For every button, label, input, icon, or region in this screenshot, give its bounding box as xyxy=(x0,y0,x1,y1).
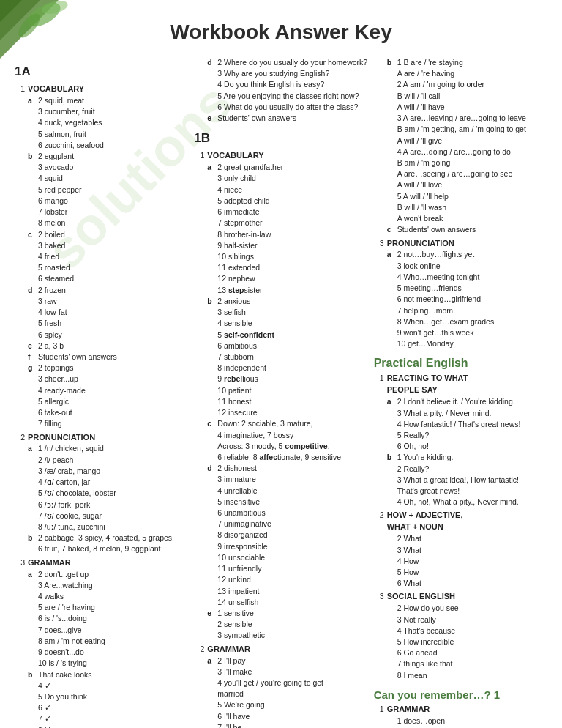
1b-vocab-d-3: 3 immature xyxy=(194,474,367,485)
1b-vocab-a-4: 4 niece xyxy=(194,185,367,196)
social-7: 7 things like that xyxy=(374,658,547,669)
1b-b-5: 5 A will / 'll help xyxy=(374,191,547,202)
pronunciation-section: 2 PRONUNCIATION a1 /n/ chicken, squid 2 … xyxy=(15,432,188,555)
1b-vocab-d-8: 8 disorganized xyxy=(194,530,367,541)
1b-pron-a-4: 4 Who…meeting tonight xyxy=(374,272,547,283)
how-adj-2: 2 What xyxy=(374,533,547,544)
social-english-section: 3 SOCIAL ENGLISH 2 How do you see 3 Not … xyxy=(374,591,547,680)
1b-vocab-e-1: e1 sensitive xyxy=(194,608,367,619)
1b-c: cStudents' own answers xyxy=(374,224,547,235)
1b-vocab-d-6: 6 unambitious xyxy=(194,508,367,519)
pron-header: 2 PRONUNCIATION xyxy=(15,432,188,444)
section-1b-label: 1B xyxy=(194,131,367,146)
1b-vocab-c-4: 6 reliable, 8 affectionate, 9 sensitive xyxy=(194,452,367,463)
1b-gram-header: 2 GRAMMAR xyxy=(194,644,367,655)
1b-pron-a-3: 3 look online xyxy=(374,261,547,272)
pron-a-5: 5 /ʊ/ chocolate, lobster xyxy=(15,488,188,499)
1b-b-2c: A will / 'll have xyxy=(374,102,547,113)
vocab-g-5: 5 allergic xyxy=(15,396,188,407)
1b-grammar-section: 2 GRAMMAR a2 I'll pay 3 I'll make 4 you'… xyxy=(194,644,367,728)
react-b-1: b1 You're kidding. xyxy=(374,452,547,463)
gram-b-4: 4 ✓ xyxy=(15,680,188,691)
how-adj-header: 2 HOW + ADJECTIVE, xyxy=(374,510,547,521)
1b-vocab-b-12: 12 insecure xyxy=(194,407,367,418)
social-3: 3 Not really xyxy=(374,614,547,625)
reacting-header: 1 REACTING TO WHAT xyxy=(374,373,547,385)
react-a-5: 5 Really? xyxy=(374,430,547,441)
social-8: 8 I mean xyxy=(374,670,547,681)
social-6: 6 Go ahead xyxy=(374,647,547,658)
1b-gram-a-4b: married xyxy=(194,688,367,699)
vocab-b-4: 4 squid xyxy=(15,173,188,184)
how-adj-section: 2 HOW + ADJECTIVE, WHAT + NOUN 2 What 3 … xyxy=(374,510,547,589)
1b-vocab-d-9: 9 irresponsible xyxy=(194,541,367,552)
1b-b-label: b 1 B are / 're staying xyxy=(374,57,547,68)
gram-a-6: 6 is / 's...doing xyxy=(15,613,188,624)
gram-a-2: a2 don't...get up xyxy=(15,569,188,580)
1b-b-4: 4 A are…doing / are…going to do xyxy=(374,146,547,157)
vocab-c-6: 6 steamed xyxy=(15,273,188,284)
cyr-gram-1: 1 does…open xyxy=(374,716,547,727)
vocab-e-label: e2 a, 3 b xyxy=(15,341,188,352)
react-b-3b: That's great news! xyxy=(374,486,547,497)
1b-vocab-b-5: 5 self-confident xyxy=(194,330,367,341)
react-a-3: 3 What a pity. / Never mind. xyxy=(374,408,547,419)
1b-vocab-header: 1 VOCABULARY xyxy=(194,150,367,162)
1b-vocab-b-6: 6 ambitious xyxy=(194,341,367,352)
1b-gram-a-5: 5 We're going xyxy=(194,699,367,710)
1b-vocab-b-4: 4 sensible xyxy=(194,318,367,329)
1b-vocab-b-11: 11 honest xyxy=(194,396,367,407)
react-a-4: 4 How fantastic! / That's great news! xyxy=(374,419,547,430)
1b-b-5c: A won't break xyxy=(374,213,547,224)
1b-vocab-e-3: 3 sympathetic xyxy=(194,630,367,641)
pron-b-1: b2 cabbage, 3 spicy, 4 roasted, 5 grapes… xyxy=(15,532,188,543)
vocab-a-6: 6 zucchini, seafood xyxy=(15,140,188,151)
vocab-b-5: 5 red pepper xyxy=(15,185,188,196)
1b-gram-a-3: 3 I'll make xyxy=(194,666,367,677)
content-area: 1A 1 VOCABULARY a 2 squid, meat 3 cucumb… xyxy=(0,57,562,728)
1b-b-5b: B will / 'll wash xyxy=(374,202,547,213)
1b-vocab-b-3: 3 selfish xyxy=(194,307,367,318)
1b-vocab-b-7: 7 stubborn xyxy=(194,352,367,363)
pron-a-8: 8 /uː/ tuna, zucchini xyxy=(15,521,188,532)
gram-b-7: 7 ✓ xyxy=(15,713,188,724)
1b-pron-a-7: 7 helping…mom xyxy=(374,305,547,316)
can-you-heading: Can you remember…? 1 xyxy=(374,688,547,701)
grammar-section: 3 GRAMMAR a2 don't...get up 3 Are...watc… xyxy=(15,557,188,728)
1b-vocab-d-4: 4 unreliable xyxy=(194,486,367,497)
gram-a-3: 3 Are...watching xyxy=(15,580,188,591)
1b-b-4b: B am / 'm going xyxy=(374,157,547,168)
vocab-g-7: 7 filling xyxy=(15,418,188,429)
1a-d-4: 4 Do you think English is easy? xyxy=(194,79,367,90)
vocab-b-3: 3 avocado xyxy=(15,162,188,173)
vocab-header: 1 VOCABULARY xyxy=(15,83,188,95)
vocab-b-7: 7 lobster xyxy=(15,207,188,218)
1b-vocab-b-2: b2 anxious xyxy=(194,296,367,307)
social-4: 4 That's because xyxy=(374,625,547,636)
1b-b-4d: A will / 'll love xyxy=(374,179,547,190)
vocab-number: 1 xyxy=(15,83,28,95)
cyr-gram-header: 1 GRAMMAR xyxy=(374,704,547,716)
1a-d-5: 5 Are you enjoying the classes right now… xyxy=(194,91,367,102)
1b-vocab-a-12: 12 nephew xyxy=(194,273,367,284)
vocab-g-3: 3 cheer...up xyxy=(15,374,188,385)
1b-b-1b: A are / 're having xyxy=(374,68,547,79)
can-you-grammar-section: 1 GRAMMAR 1 does…open 2 is / 's doing 3 … xyxy=(374,704,547,728)
1b-b-section: b 1 B are / 're staying A are / 're havi… xyxy=(374,57,547,236)
pron-a-7: 7 /ʊ/ cookie, sugar xyxy=(15,510,188,521)
vocab-d-3: 3 raw xyxy=(15,296,188,307)
pron-a-4: 4 /ɑ/ carton, jar xyxy=(15,477,188,488)
how-adj-header-2: WHAT + NOUN xyxy=(374,521,547,533)
1b-vocab-d-5: 5 insensitive xyxy=(194,497,367,508)
how-adj-4: 4 How xyxy=(374,556,547,567)
1b-gram-a-4: 4 you'll get / you're going to get xyxy=(194,677,367,688)
1b-gram-a-6: 6 I'll have xyxy=(194,711,367,722)
1b-pron-a-10: 10 get…Monday xyxy=(374,338,547,349)
1a-d-label: d 2 Where do you usually do your homewor… xyxy=(194,57,367,68)
pron-number: 2 xyxy=(15,432,28,444)
vocab-b-6: 6 mango xyxy=(15,196,188,207)
vocab-title: VOCABULARY xyxy=(28,83,84,95)
gram-a-9: 9 doesn't...do xyxy=(15,647,188,658)
1a-e: eStudents' own answers xyxy=(194,113,367,124)
vocab-a-4: 4 duck, vegetables xyxy=(15,117,188,128)
